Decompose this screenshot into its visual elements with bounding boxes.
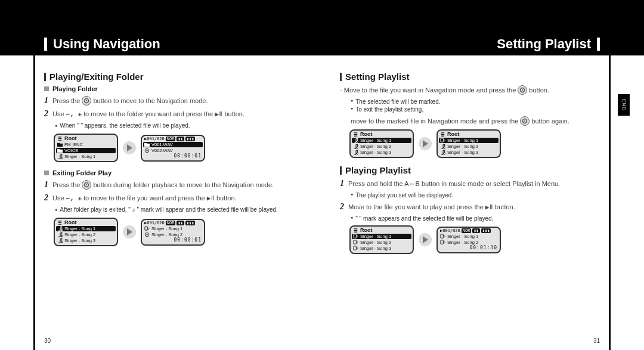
svg-rect-12 [354, 234, 357, 238]
svg-point-10 [524, 120, 525, 122]
lcd-root-songs: RootSinger - Song 1Singer - Song 2Singer… [54, 218, 118, 246]
manual-spread: Using Navigation Setting Playlist ENG Pl… [0, 0, 644, 350]
screenshot-pair-2: RootSinger - Song 1Singer - Song 2Singer… [54, 218, 304, 246]
left-column: Playing/Exiting Folder Playing Folder 1 … [44, 67, 304, 332]
nav-button-icon [82, 180, 91, 190]
svg-rect-5 [145, 226, 148, 230]
plus-minus-icon: −, + [66, 194, 82, 202]
svg-point-4 [86, 184, 87, 185]
top-black-bar [0, 0, 644, 33]
heading-setting-playlist: Setting Playlist [340, 72, 599, 82]
subheading-exiting-folder: Exiting Folder Play [44, 169, 304, 176]
svg-point-1 [86, 100, 87, 101]
bullet-displayed: The playlist you set will be displayed. [351, 192, 599, 199]
lcd-playlist-browse: RootSinger - Song 1Singer - Song 2Singer… [349, 225, 414, 254]
intro-line: - Move to the file you want in Navigatio… [340, 85, 599, 95]
nav-button-icon [520, 116, 530, 126]
page-number-left: 30 [44, 337, 51, 344]
play-pause-icon: ▶ǁ [485, 203, 493, 211]
step-note: When " " appears, the selected file will… [55, 122, 304, 129]
step-2b: 2 Use −, + to move to the file you want … [44, 193, 304, 203]
subheading-playing-folder: Playing Folder [44, 85, 304, 92]
svg-rect-14 [354, 246, 357, 250]
bullet-exit: To exit the playlist setting, [351, 106, 599, 113]
bullet-marked: The selected file will be marked. [351, 98, 599, 105]
heading-playing-exiting: Playing/Exiting Folder [44, 72, 304, 82]
bullet-mark-appears: " " mark appears and the selected file w… [351, 215, 599, 222]
heading-text: Playing/Exiting Folder [49, 72, 144, 82]
plus-minus-icon: −, + [66, 110, 82, 118]
step-2: 2 Use −, + to move to the folder you wan… [44, 109, 304, 119]
exit-line2: move to the marked file in Navigation mo… [351, 116, 599, 126]
page-title-right: Setting Playlist [322, 33, 644, 55]
nav-button-icon [82, 96, 91, 106]
box-icon [44, 86, 49, 91]
svg-rect-13 [354, 240, 357, 244]
lcd-root-folders: RootFM_ENCVOICESinger - Song 1 [54, 134, 118, 162]
svg-point-8 [522, 89, 523, 91]
title-text-right: Setting Playlist [497, 38, 600, 51]
arrow-icon [123, 141, 136, 154]
screenshot-pair-3: RootSinger - Song 1Singer - Song 2Singer… [349, 129, 599, 158]
right-column: Setting Playlist - Move to the file you … [340, 67, 599, 332]
lcd-before-mark: RootSinger - Song 1Singer - Song 2Singer… [349, 129, 414, 158]
nav-button-icon [518, 85, 527, 95]
svg-rect-15 [441, 234, 444, 237]
arrow-icon [419, 137, 432, 150]
svg-rect-11 [441, 138, 444, 142]
page-title-left: Using Navigation [0, 33, 322, 55]
svg-rect-16 [441, 240, 444, 243]
step-1: 1 Press the button to move to the Naviga… [44, 96, 304, 106]
screenshot-pair-1: RootFM_ENCVOICESinger - Song 1 ▶001/020N… [54, 134, 304, 162]
step-2c: 2 Move to the file you want to play and … [340, 202, 599, 212]
step-1b: 1 Press the button during folder playbac… [44, 180, 304, 190]
heading-playing-playlist: Playing Playlist [340, 165, 599, 175]
play-pause-icon: ▶ǁ [215, 110, 222, 118]
box-icon [44, 171, 49, 175]
step-note-b: After folder play is exited, " ♪ " mark … [55, 206, 304, 213]
lcd-now-playing: ▶001/020NOR▮▮▮▮▮Singer - Song 1Singer - … [141, 219, 205, 246]
step-1c: 1 Press and hold the A↔B button in music… [340, 179, 599, 188]
heading-marker [44, 73, 46, 81]
arrow-icon [419, 233, 432, 246]
page-number-right: 31 [593, 337, 600, 344]
lcd-playlist-play: ▶001/020NOR▮▮▮▮▮Singer - Song 1Singer - … [436, 227, 501, 253]
screenshot-pair-4: RootSinger - Song 1Singer - Song 2Singer… [349, 225, 599, 254]
lcd-voice-files: ▶001/020NOR▮▮▮▮▮V001.WAVV002.WAV00:00:01 [141, 135, 205, 162]
title-text-left: Using Navigation [44, 38, 160, 51]
play-pause-icon: ▶ǁ [207, 194, 215, 202]
language-tab: ENG [618, 94, 630, 116]
subheading-text: Playing Folder [52, 85, 98, 92]
lcd-after-mark: RootSinger - Song 1Singer - Song 2Singer… [436, 129, 501, 158]
arrow-icon [123, 225, 136, 239]
